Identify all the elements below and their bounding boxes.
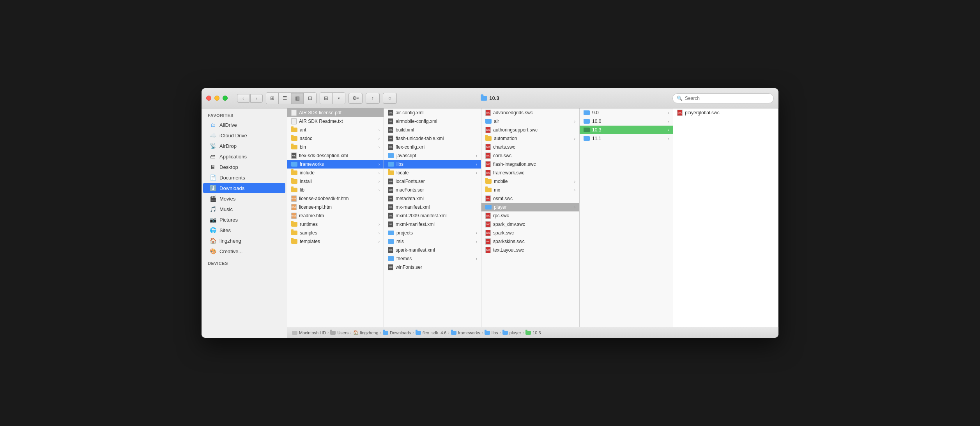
music-icon: 🎵 (209, 206, 216, 213)
list-item[interactable]: HTML license-mpl.htm (287, 203, 384, 211)
breadcrumb-item-users[interactable]: Users (330, 330, 348, 335)
list-item[interactable]: automation › (481, 134, 579, 143)
list-item[interactable]: runtimes › (287, 220, 384, 229)
list-item[interactable]: asdoc › (287, 134, 384, 143)
list-item[interactable]: SWC framework.swc (481, 169, 579, 177)
list-item[interactable]: XML mxml-manifest.xml (384, 220, 481, 229)
list-item[interactable]: HTML readme.htm (287, 211, 384, 220)
list-item[interactable]: SWC textLayout.swc (481, 246, 579, 254)
icon-view-button[interactable]: ⊞ (266, 93, 279, 104)
list-item[interactable]: XML flex-sdk-description.xml (287, 151, 384, 160)
list-item[interactable]: 11.1 › (580, 134, 673, 143)
sidebar-item-music[interactable]: 🎵 Music (203, 204, 285, 214)
maximize-button[interactable] (223, 96, 228, 101)
forward-button[interactable]: › (250, 94, 263, 103)
back-button[interactable]: ‹ (237, 94, 249, 103)
list-item[interactable]: SWC rpc.swc (481, 211, 579, 220)
list-item[interactable]: rsls › (384, 237, 481, 246)
close-button[interactable] (206, 96, 211, 101)
list-item[interactable]: XML metadata.xml (384, 194, 481, 203)
breadcrumb-item-103[interactable]: 10.3 (525, 330, 541, 335)
list-item[interactable]: XML mx-manifest.xml (384, 203, 481, 211)
list-item[interactable]: include › (287, 169, 384, 177)
sidebar-item-desktop[interactable]: 🖥 Desktop (203, 162, 285, 172)
list-item[interactable]: SWC flash-integration.swc (481, 160, 579, 169)
group-button[interactable]: ⊞ (320, 93, 333, 104)
list-item[interactable]: HTML license-adobesdk-fr.htm (287, 194, 384, 203)
breadcrumb-item-hd[interactable]: Macintosh HD (292, 330, 326, 335)
breadcrumb-item-downloads[interactable]: Downloads (383, 330, 411, 335)
breadcrumb-label-player: player (509, 330, 521, 335)
sidebar-item-sites[interactable]: 🌐 Sites (203, 225, 285, 235)
list-item[interactable]: player › (481, 203, 579, 211)
sidebar-item-movies[interactable]: 🎬 Movies (203, 193, 285, 204)
list-item[interactable]: lib › (287, 186, 384, 194)
sidebar-item-pictures[interactable]: 📷 Pictures (203, 215, 285, 225)
sidebar-item-creative[interactable]: 🎨 Creative... (203, 246, 285, 256)
list-item[interactable]: samples › (287, 229, 384, 237)
sidebar-item-lingzheng[interactable]: 🏠 lingzheng (203, 236, 285, 246)
file-icon: HTML (291, 195, 297, 202)
search-bar[interactable]: 🔍 (672, 93, 774, 103)
list-item[interactable]: bin › (287, 143, 384, 151)
breadcrumb-item-frameworks[interactable]: frameworks (451, 330, 480, 335)
list-item[interactable]: templates › (287, 237, 384, 246)
list-item[interactable]: XML flex-config.xml (384, 143, 481, 151)
list-item[interactable]: XML mxml-2009-manifest.xml (384, 211, 481, 220)
breadcrumb-item-flexsdk[interactable]: flex_sdk_4.6 (416, 330, 447, 335)
list-item[interactable]: XML build.xml (384, 126, 481, 134)
list-item[interactable]: locale › (384, 169, 481, 177)
list-item[interactable]: projects › (384, 229, 481, 237)
minimize-button[interactable] (214, 96, 219, 101)
list-item[interactable]: libs › (384, 160, 481, 169)
breadcrumb-item-player[interactable]: player (502, 330, 521, 335)
list-item[interactable]: SER localFonts.ser (384, 177, 481, 186)
list-item[interactable]: frameworks › (287, 160, 384, 169)
action-button[interactable]: ⚙ ▾ (348, 93, 363, 104)
sidebar-item-downloads[interactable]: ⬇️ Downloads (203, 183, 285, 193)
group-arrow[interactable]: ▾ (333, 93, 345, 104)
list-item[interactable]: SWC spark_dmv.swc (481, 220, 579, 229)
list-item[interactable]: SWC osmf.swc (481, 194, 579, 203)
sidebar-item-applications[interactable]: 🗃 Applications (203, 151, 285, 162)
file-icon: SER (388, 178, 393, 185)
tag-button[interactable]: ○ (383, 93, 397, 104)
list-item[interactable]: SWC spark.swc (481, 229, 579, 237)
list-item[interactable]: SER macFonts.ser (384, 186, 481, 194)
list-item[interactable]: mobile › (481, 177, 579, 186)
list-view-button[interactable]: ☰ (279, 93, 291, 104)
list-item[interactable]: mx › (481, 186, 579, 194)
share-button[interactable]: ↑ (366, 93, 380, 104)
search-input[interactable] (685, 96, 769, 101)
folder-icon (584, 136, 590, 141)
sidebar-item-alidrive[interactable]: 🗂 AliDrive (203, 120, 285, 130)
list-item[interactable]: XML airmobile-config.xml (384, 117, 481, 126)
list-item[interactable]: SWC playerglobal.swc (673, 108, 778, 117)
sidebar-item-documents[interactable]: 📄 Documents (203, 172, 285, 183)
column-view-button[interactable]: ▥ (291, 93, 304, 104)
list-item[interactable]: AIR SDK Readme.txt (287, 117, 384, 126)
breadcrumb-item-lingzheng[interactable]: 🏠 lingzheng (353, 330, 379, 335)
list-item[interactable]: SWC advancedgrids.swc (481, 108, 579, 117)
cover-view-button[interactable]: ⊡ (304, 93, 316, 104)
list-item[interactable]: air › (481, 117, 579, 126)
list-item[interactable]: 10.3 › (580, 126, 673, 134)
sidebar-item-airdrop[interactable]: 📡 AirDrop (203, 141, 285, 151)
list-item[interactable]: ant › (287, 126, 384, 134)
list-item[interactable]: XML spark-manifest.xml (384, 246, 481, 254)
list-item[interactable]: SWC authoringsupport.swc (481, 126, 579, 134)
sidebar-item-icloud[interactable]: ☁️ iCloud Drive (203, 130, 285, 140)
list-item[interactable]: SWC charts.swc (481, 143, 579, 151)
list-item[interactable]: 10.0 › (580, 117, 673, 126)
list-item[interactable]: SWC core.swc (481, 151, 579, 160)
list-item[interactable]: SER winFonts.ser (384, 263, 481, 272)
list-item[interactable]: SWC sparkskins.swc (481, 237, 579, 246)
list-item[interactable]: XML air-config.xml (384, 108, 481, 117)
list-item[interactable]: 9.0 › (580, 108, 673, 117)
breadcrumb-item-libs[interactable]: libs (485, 330, 498, 335)
list-item[interactable]: install › (287, 177, 384, 186)
list-item[interactable]: javascript › (384, 151, 481, 160)
list-item[interactable]: themes › (384, 254, 481, 263)
list-item[interactable]: AIR SDK license.pdf (287, 108, 384, 117)
list-item[interactable]: XML flash-unicode-table.xml (384, 134, 481, 143)
